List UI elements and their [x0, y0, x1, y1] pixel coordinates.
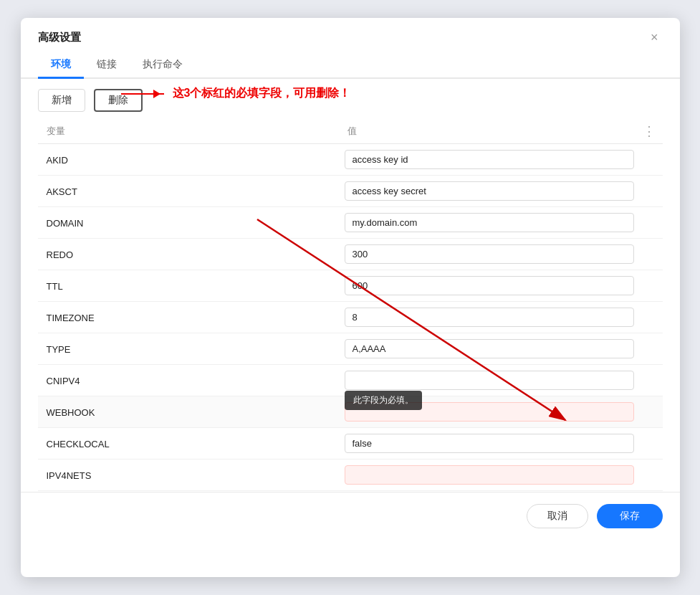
dialog-title: 高级设置	[38, 31, 81, 44]
more-icon[interactable]: ⋮	[640, 123, 658, 140]
cell-var: AKSCT	[38, 181, 339, 201]
table-row: REDO	[38, 239, 663, 270]
var-label: CHECKLOCAL	[47, 439, 110, 449]
annotation: 这3个标红的必填字段，可用删除！	[121, 86, 351, 101]
col-action-header: ⋮	[640, 123, 663, 139]
cell-var: TTL	[38, 276, 339, 296]
val-input[interactable]	[345, 339, 634, 358]
tab-command[interactable]: 执行命令	[130, 52, 196, 79]
arrow-line	[121, 93, 164, 95]
cell-var: AKID	[38, 150, 339, 170]
save-button[interactable]: 保存	[597, 504, 663, 528]
var-label: TTL	[47, 281, 63, 292]
cell-var: CNIPV4	[38, 371, 339, 391]
dialog: 高级设置 × 环境 链接 执行命令 新增 删除 这3个标红的必填字段，可用删除！…	[21, 18, 680, 577]
var-label: TIMEZONE	[47, 313, 95, 323]
cell-val	[339, 242, 640, 267]
table-header: 变量 值 ⋮	[38, 119, 663, 144]
table-row: AKSCT	[38, 176, 663, 207]
table-row: IPV4NETS	[38, 460, 663, 491]
val-input[interactable]	[345, 213, 634, 232]
dialog-header: 高级设置 ×	[21, 18, 680, 45]
cell-val	[339, 178, 640, 204]
cell-val	[339, 462, 640, 487]
table-row: CHECKLOCAL	[38, 428, 663, 460]
arrow-horizontal-icon	[121, 93, 164, 95]
col-val-header: 值	[339, 125, 640, 138]
table-area: 变量 值 ⋮ AKID AKSCT	[21, 119, 680, 492]
cell-val	[339, 210, 640, 235]
var-label: IPV4NETS	[47, 470, 92, 481]
table-row: TTL	[38, 270, 663, 302]
dialog-footer: 取消 保存	[21, 492, 680, 540]
required-tooltip: 此字段为必填。	[345, 391, 422, 410]
cell-val	[339, 147, 640, 172]
cell-val	[339, 305, 640, 330]
val-input[interactable]	[345, 434, 634, 453]
close-button[interactable]: ×	[646, 29, 663, 45]
toolbar: 新增 删除 这3个标红的必填字段，可用删除！	[21, 79, 680, 119]
var-label: AKID	[47, 155, 68, 166]
val-input[interactable]	[345, 181, 634, 201]
col-var-header: 变量	[38, 125, 339, 138]
cell-val	[339, 336, 640, 361]
cell-var: IPV4NETS	[38, 465, 339, 485]
cell-var: DOMAIN	[38, 213, 339, 233]
cancel-button[interactable]: 取消	[527, 504, 588, 528]
annotation-text: 这3个标红的必填字段，可用删除！	[173, 86, 351, 101]
table-row: DOMAIN	[38, 207, 663, 239]
cell-var: TIMEZONE	[38, 308, 339, 328]
table-row: IPV6NETS	[38, 491, 663, 492]
cell-val	[339, 431, 640, 456]
tab-link[interactable]: 链接	[84, 52, 130, 79]
tab-bar: 环境 链接 执行命令	[21, 45, 680, 79]
var-label: REDO	[47, 249, 74, 260]
var-label: CNIPV4	[47, 376, 80, 386]
cell-val: 此字段为必填。	[339, 368, 640, 393]
val-input[interactable]	[345, 465, 634, 485]
tab-environment[interactable]: 环境	[38, 52, 84, 79]
val-input[interactable]	[345, 308, 634, 327]
cell-val	[339, 273, 640, 298]
var-label: AKSCT	[47, 186, 77, 197]
var-label: WEBHOOK	[47, 407, 95, 418]
add-button[interactable]: 新增	[38, 89, 85, 112]
val-input[interactable]	[345, 244, 634, 264]
tooltip-text: 此字段为必填。	[353, 395, 413, 405]
val-input[interactable]	[345, 150, 634, 169]
table-row: AKID	[38, 144, 663, 176]
cell-var: WEBHOOK	[38, 402, 339, 422]
cell-var: CHECKLOCAL	[38, 434, 339, 454]
var-label: DOMAIN	[47, 218, 84, 229]
table-row: CNIPV4 此字段为必填。	[38, 365, 663, 396]
val-input[interactable]	[345, 276, 634, 295]
cell-var: TYPE	[38, 339, 339, 359]
cell-var: REDO	[38, 244, 339, 265]
table-row: TYPE	[38, 333, 663, 365]
table-row: TIMEZONE	[38, 302, 663, 333]
val-input[interactable]	[345, 371, 634, 390]
var-label: TYPE	[47, 344, 71, 355]
